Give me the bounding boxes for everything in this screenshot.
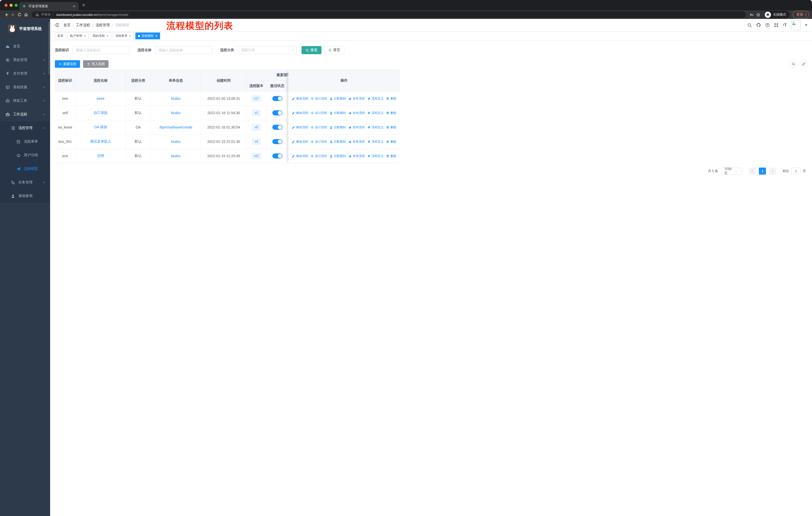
process-name-link[interactable]: 滔博 [97,154,104,158]
active-toggle[interactable] [272,125,283,130]
sidebar-item-leave-query[interactable]: 请假查询 [0,189,50,203]
tab-close-icon[interactable]: ✕ [72,4,76,8]
security-label[interactable]: 不安全 [41,12,51,17]
sidebar-collapse-icon[interactable] [54,23,59,27]
design-process-link[interactable]: 设计流程 [311,140,327,144]
modify-process-link[interactable]: 修改流程 [292,111,308,115]
close-icon[interactable]: ✕ [84,34,86,38]
form-info-link[interactable]: biubiu [171,140,180,144]
form-info-link[interactable]: biubiu [171,111,180,115]
back-icon[interactable] [3,11,9,18]
publish-process-link[interactable]: 发布流程 [348,111,365,115]
sidebar-item-infra[interactable]: 基础设施 [0,80,50,94]
design-process-link[interactable]: 设计流程 [311,111,327,115]
design-process-link[interactable]: 设计流程 [311,154,327,158]
breadcrumb-home[interactable]: 首页 [63,23,70,27]
reset-button[interactable]: 重置 [324,46,344,54]
modify-process-link[interactable]: 修改流程 [292,97,308,101]
process-definition-link[interactable]: 流程定义 [367,140,384,144]
modify-process-link[interactable]: 修改流程 [292,154,308,158]
tag-process-form[interactable]: 流程表单✕ [113,32,134,39]
col-active-state: 激活状态 [266,81,288,91]
modify-process-link[interactable]: 修改流程 [292,125,308,130]
delete-link[interactable]: 删除 [386,97,397,101]
assign-rule-link[interactable]: 分配规则 [329,97,346,101]
window-zoom-button[interactable] [14,4,18,7]
active-toggle[interactable] [272,139,283,144]
sidebar-logo[interactable]: 芋道管理系统 [0,19,50,36]
process-definition-link[interactable]: 流程定义 [367,154,384,158]
publish-process-link[interactable]: 发布流程 [348,154,365,158]
process-definition-link[interactable]: 流程定义 [367,111,384,115]
new-tab-button[interactable]: + [82,2,85,8]
chevron-down-icon [43,181,46,184]
home-icon[interactable] [23,11,29,18]
modify-process-link[interactable]: 修改流程 [292,140,308,144]
upload-icon [87,62,90,66]
import-process-button[interactable]: 导入流程 [83,60,109,68]
process-name-link[interactable]: 测试多审批人 [90,139,111,144]
publish-process-link[interactable]: 发布流程 [348,125,365,130]
active-toggle[interactable] [272,96,283,101]
url-bar[interactable]: 不安全 dashboard.yudao.iocoder.cn/bpm/manag… [32,11,406,18]
window-minimize-button[interactable] [9,4,12,7]
sidebar-item-devtools[interactable]: 研发工具 [0,94,50,108]
assign-rule-link[interactable]: 分配规则 [329,140,346,144]
tab-title: 芋道管理系统 [28,4,72,8]
window-close-button[interactable] [4,4,7,7]
process-name-link[interactable]: OA 请假 [94,125,107,130]
form-info-link[interactable]: biubiu [171,97,180,101]
close-icon[interactable]: ✕ [129,34,132,38]
tag-process-model[interactable]: 流程模型✕ [136,32,160,39]
sidebar-item-payment[interactable]: ¥ 支付管理 [0,67,50,80]
reload-icon[interactable] [16,11,23,18]
create-process-button[interactable]: 新建流程 [55,60,80,68]
form-info-link[interactable]: biubiu [171,154,180,158]
delete-link[interactable]: 删除 [386,125,397,130]
sidebar-item-process-form[interactable]: 流程表单 [0,135,50,148]
process-id-input[interactable] [72,46,130,54]
delete-link[interactable]: 删除 [386,140,397,144]
assign-rule-link[interactable]: 分配规则 [329,154,346,158]
breadcrumb-workflow[interactable]: 工作流程 [76,23,90,27]
delete-link[interactable]: 删除 [386,154,397,158]
tags-view: 首页 租户管理✕ 我的流程✕ 流程表单✕ 流程模型✕ [50,31,406,40]
design-process-link[interactable]: 设计流程 [311,125,327,130]
form-info-link[interactable]: /bpm/oa/leave/create [159,125,192,129]
process-definition-link[interactable]: 流程定义 [367,97,384,101]
sidebar-item-process-mgmt[interactable]: 流程管理 [0,121,50,135]
delete-link[interactable]: 删除 [386,111,397,115]
process-category-select[interactable]: 流程分类 [238,46,297,54]
tag-tenant[interactable]: 租户管理✕ [67,32,89,39]
tag-my-process[interactable]: 我的流程✕ [90,32,111,39]
sidebar-item-task-mgmt[interactable]: 任务管理 [0,175,50,189]
publish-process-link[interactable]: 发布流程 [348,140,365,144]
active-toggle[interactable] [272,154,283,159]
active-toggle[interactable] [272,110,283,115]
sidebar-item-home[interactable]: 首页 [0,39,50,53]
assign-rule-link[interactable]: 分配规则 [329,125,346,130]
sidebar-item-process-model[interactable]: 流程模型 [0,162,50,175]
filter-form: 流程标识 流程名称 流程分类 流程分类 搜索 重置 [55,46,406,54]
sidebar-scrollbar[interactable] [49,22,50,75]
process-definition-link[interactable]: 流程定义 [367,125,384,130]
process-name-link[interactable]: 自己审批 [94,111,108,115]
process-name-input[interactable] [155,46,212,54]
process-name-link[interactable]: eeee [97,97,105,101]
search-button[interactable]: 搜索 [301,46,321,54]
sidebar-item-user-group[interactable]: 用户分组 [0,148,50,162]
design-process-link[interactable]: 设计流程 [311,97,327,101]
breadcrumb-process-mgmt[interactable]: 流程管理 [96,23,110,27]
assign-rule-link[interactable]: 分配规则 [329,111,346,115]
close-icon[interactable]: ✕ [106,34,109,38]
publish-process-link[interactable]: 发布流程 [348,97,365,101]
sidebar-item-system[interactable]: 系统管理 [0,53,50,67]
actions-row: 修改流程 设计流程 分配规则 发布流程 流程定义 删除 [288,149,400,163]
tag-home[interactable]: 首页 [55,32,66,39]
close-icon[interactable]: ✕ [155,34,157,38]
sidebar-item-workflow[interactable]: 工作流程 [0,108,50,121]
version-tag: v4 [252,139,261,145]
forward-icon[interactable] [9,11,16,18]
security-warning-icon[interactable] [35,12,39,17]
browser-tab[interactable]: 芋道管理系统 ✕ [19,2,79,10]
